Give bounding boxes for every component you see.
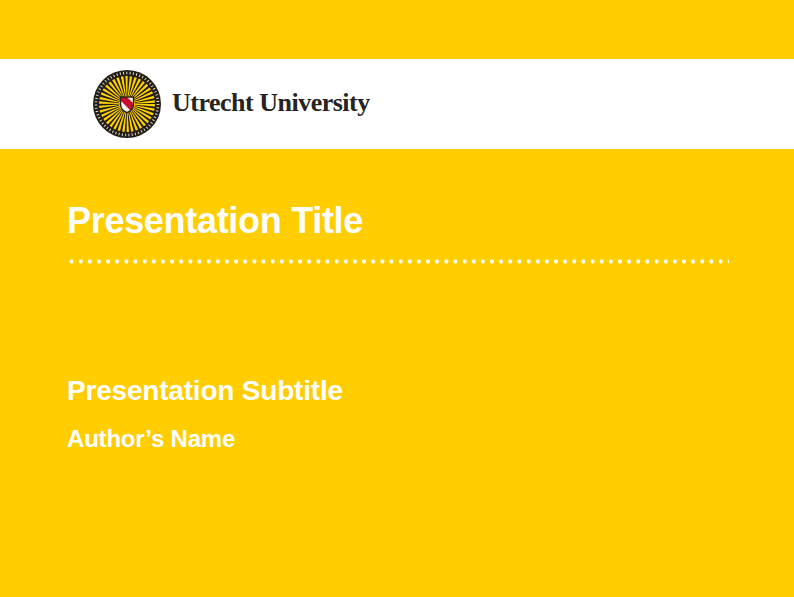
uu-sun-seal-icon — [93, 70, 161, 138]
title-dotted-divider — [67, 257, 729, 266]
header-band: Utrecht University — [0, 59, 794, 149]
title-slide: Utrecht University Presentation Title Pr… — [0, 0, 794, 597]
author-name: Author’s Name — [67, 425, 235, 454]
university-logo: Utrecht University — [93, 70, 370, 138]
presentation-subtitle: Presentation Subtitle — [67, 374, 343, 408]
presentation-title: Presentation Title — [67, 200, 363, 241]
university-wordmark: Utrecht University — [172, 90, 370, 118]
